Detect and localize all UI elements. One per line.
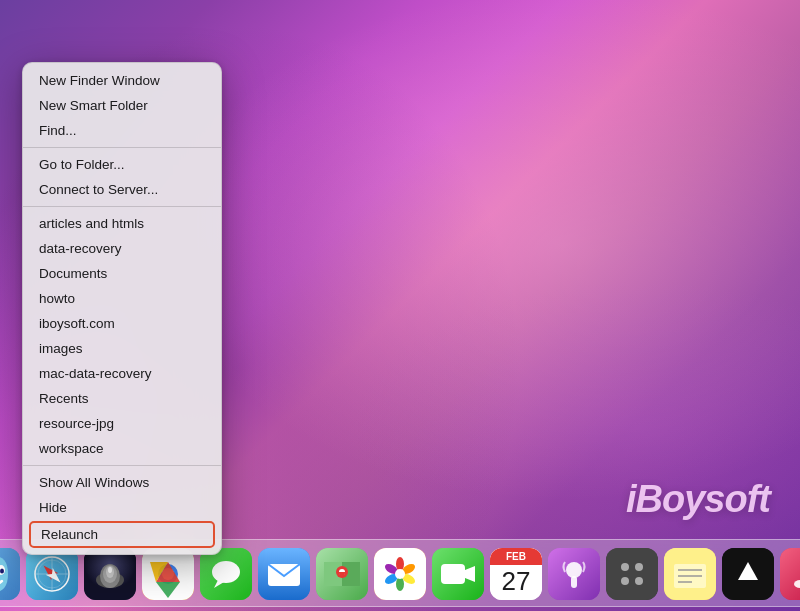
menu-item-show-all-windows[interactable]: Show All Windows bbox=[23, 470, 221, 495]
menu-item-howto[interactable]: howto bbox=[23, 286, 221, 311]
svg-point-50 bbox=[635, 577, 643, 585]
svg-point-33 bbox=[396, 557, 404, 571]
svg-rect-45 bbox=[571, 576, 577, 588]
svg-rect-41 bbox=[441, 564, 465, 584]
menu-item-hide[interactable]: Hide bbox=[23, 495, 221, 520]
menu-item-new-smart-folder[interactable]: New Smart Folder bbox=[23, 93, 221, 118]
dock-item-notes[interactable] bbox=[664, 548, 716, 600]
menu-separator bbox=[23, 465, 221, 466]
dock-item-appletv[interactable] bbox=[722, 548, 774, 600]
svg-point-17 bbox=[108, 567, 112, 573]
dock-item-facetime[interactable] bbox=[432, 548, 484, 600]
dock-item-mail[interactable] bbox=[258, 548, 310, 600]
menu-separator bbox=[23, 147, 221, 148]
svg-rect-46 bbox=[606, 548, 658, 600]
menu-item-resource-jpg[interactable]: resource-jpg bbox=[23, 411, 221, 436]
menu-item-recents[interactable]: Recents bbox=[23, 386, 221, 411]
menu-separator bbox=[23, 206, 221, 207]
dock-item-messages[interactable] bbox=[200, 548, 252, 600]
menu-item-mac-data-recovery[interactable]: mac-data-recovery bbox=[23, 361, 221, 386]
svg-point-4 bbox=[0, 569, 4, 574]
dock-item-podcasts[interactable] bbox=[548, 548, 600, 600]
dock-item-finder[interactable] bbox=[0, 548, 20, 600]
menu-item-data-recovery[interactable]: data-recovery bbox=[23, 236, 221, 261]
svg-point-49 bbox=[621, 577, 629, 585]
svg-point-39 bbox=[395, 569, 405, 579]
svg-point-36 bbox=[396, 577, 404, 591]
dock-item-chrome[interactable] bbox=[142, 548, 194, 600]
svg-point-47 bbox=[621, 563, 629, 571]
dock-item-music[interactable] bbox=[780, 548, 800, 600]
dock-item-photos[interactable] bbox=[374, 548, 426, 600]
finder-context-menu: New Finder WindowNew Smart FolderFind...… bbox=[22, 62, 222, 555]
menu-item-documents[interactable]: Documents bbox=[23, 261, 221, 286]
svg-rect-58 bbox=[780, 548, 800, 600]
dock-item-launchpad2[interactable] bbox=[606, 548, 658, 600]
svg-point-48 bbox=[635, 563, 643, 571]
dock-item-launchpad[interactable] bbox=[84, 548, 136, 600]
menu-item-connect-to-server[interactable]: Connect to Server... bbox=[23, 177, 221, 202]
menu-item-find[interactable]: Find... bbox=[23, 118, 221, 143]
menu-item-go-to-folder[interactable]: Go to Folder... bbox=[23, 152, 221, 177]
menu-item-articles-and-htmls[interactable]: articles and htmls bbox=[23, 211, 221, 236]
svg-point-22 bbox=[212, 561, 240, 583]
dock-item-safari[interactable] bbox=[26, 548, 78, 600]
menu-item-workspace[interactable]: workspace bbox=[23, 436, 221, 461]
dock-item-calendar[interactable]: FEB 27 bbox=[490, 548, 542, 600]
menu-item-relaunch[interactable]: Relaunch bbox=[29, 521, 215, 548]
menu-item-images[interactable]: images bbox=[23, 336, 221, 361]
menu-item-iboysoft-com[interactable]: iboysoft.com bbox=[23, 311, 221, 336]
svg-point-44 bbox=[566, 562, 582, 578]
iboysoft-watermark: iBoysoft bbox=[626, 478, 770, 521]
dock-item-maps[interactable] bbox=[316, 548, 368, 600]
menu-item-new-finder-window[interactable]: New Finder Window bbox=[23, 68, 221, 93]
